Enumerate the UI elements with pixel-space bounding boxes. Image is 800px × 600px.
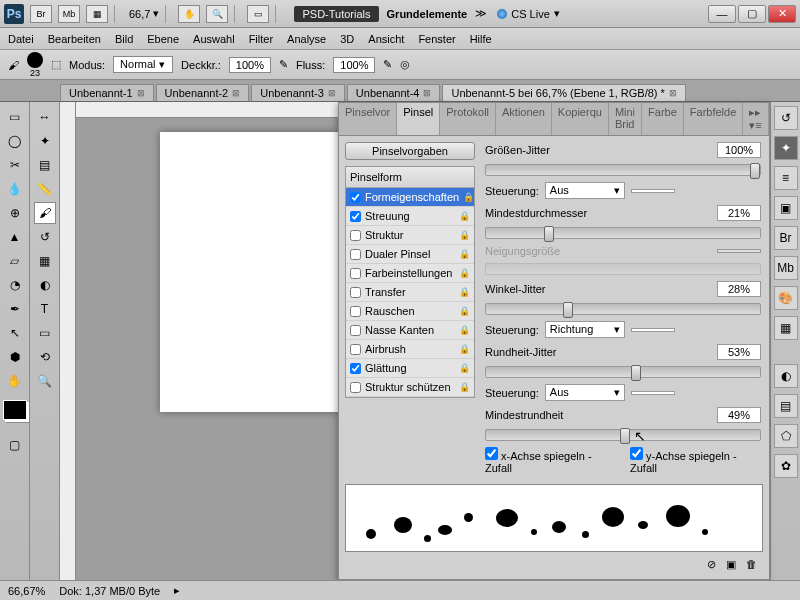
type-tool-icon[interactable]: T xyxy=(34,298,56,320)
status-dok[interactable]: Dok: 1,37 MB/0 Byte xyxy=(59,585,160,597)
option-checkbox[interactable] xyxy=(350,325,361,336)
eraser-tool-icon[interactable]: ▱ xyxy=(4,250,26,272)
color-swatch[interactable] xyxy=(3,400,27,420)
layout-icon[interactable]: ▦ xyxy=(86,5,108,23)
panel-tab[interactable]: Pinselvor xyxy=(339,103,397,135)
cslive-label[interactable]: CS Live xyxy=(511,8,550,20)
tab-2[interactable]: Unbenannt-2⊠ xyxy=(156,84,250,101)
panel-more-icon[interactable]: ▸▸ ▾≡ xyxy=(743,103,769,135)
crop-tool-icon[interactable]: ✂ xyxy=(4,154,26,176)
steuerung-val-1[interactable] xyxy=(631,189,675,193)
bridge-icon[interactable]: Br xyxy=(30,5,52,23)
eyedropper-tool-icon[interactable]: 💧 xyxy=(4,178,26,200)
menu-ebene[interactable]: Ebene xyxy=(147,33,179,45)
menu-3d[interactable]: 3D xyxy=(340,33,354,45)
deck-input[interactable]: 100% xyxy=(229,57,271,73)
brush-preview-icon[interactable] xyxy=(27,52,43,68)
option-checkbox[interactable] xyxy=(350,363,361,374)
x-achse-checkbox[interactable] xyxy=(485,447,498,460)
brush-option-item[interactable]: Streuung🔒 xyxy=(346,207,474,226)
lock-icon[interactable]: 🔒 xyxy=(459,211,470,221)
panel-tab[interactable]: Mini Brid xyxy=(609,103,642,135)
gradient-tool-icon[interactable]: ▦ xyxy=(34,250,56,272)
lock-icon[interactable]: 🔒 xyxy=(459,344,470,354)
lock-icon[interactable]: 🔒 xyxy=(459,325,470,335)
dodge-tool-icon[interactable]: ◐ xyxy=(34,274,56,296)
brush-tool-icon[interactable]: 🖌 xyxy=(8,59,19,71)
new-brush-icon[interactable]: ▣ xyxy=(726,558,736,571)
close-icon[interactable]: ⊠ xyxy=(232,88,240,98)
slice-tool-icon[interactable]: ▤ xyxy=(34,154,56,176)
lock-icon[interactable]: 🔒 xyxy=(459,230,470,240)
workspace-button[interactable]: PSD-Tutorials xyxy=(294,6,378,22)
status-zoom[interactable]: 66,67% xyxy=(8,585,45,597)
close-icon[interactable]: ⊠ xyxy=(669,88,677,98)
swatches-panel-icon[interactable]: 🎨 xyxy=(774,286,798,310)
mindest-slider[interactable] xyxy=(485,227,761,239)
minimize-button[interactable]: — xyxy=(708,5,736,23)
airbrush-icon[interactable]: ✎ xyxy=(383,58,392,71)
mindest-value[interactable]: 21% xyxy=(717,205,761,221)
canvas[interactable] xyxy=(160,132,340,412)
zoom-icon[interactable]: 🔍 xyxy=(206,5,228,23)
channels-panel-icon[interactable]: ▤ xyxy=(774,394,798,418)
brush-option-item[interactable]: Farbeinstellungen🔒 xyxy=(346,264,474,283)
lasso-tool-icon[interactable]: ◯ xyxy=(4,130,26,152)
modus-select[interactable]: Normal ▾ xyxy=(113,56,173,73)
menu-bearbeiten[interactable]: Bearbeiten xyxy=(48,33,101,45)
menu-ansicht[interactable]: Ansicht xyxy=(368,33,404,45)
y-achse-checkbox[interactable] xyxy=(630,447,643,460)
menu-auswahl[interactable]: Auswahl xyxy=(193,33,235,45)
trash-icon[interactable]: 🗑 xyxy=(746,558,757,571)
workspace-name[interactable]: Grundelemente xyxy=(387,8,468,20)
bridge-panel-icon[interactable]: Br xyxy=(774,226,798,250)
close-icon[interactable]: ⊠ xyxy=(423,88,431,98)
steuerung-val-2[interactable] xyxy=(631,328,675,332)
history-panel-icon[interactable]: ↺ xyxy=(774,106,798,130)
brush-settings-panel-icon[interactable]: ✦ xyxy=(774,136,798,160)
adjustments-panel-icon[interactable]: ✿ xyxy=(774,454,798,478)
panel-tab[interactable]: Protokoll xyxy=(440,103,496,135)
hand-icon[interactable]: ✋ xyxy=(178,5,200,23)
clone-panel-icon[interactable]: ▣ xyxy=(774,196,798,220)
panel-tab-pinsel[interactable]: Pinsel xyxy=(397,103,440,135)
close-button[interactable]: ✕ xyxy=(768,5,796,23)
lock-icon[interactable]: 🔒 xyxy=(459,363,470,373)
pinselform-header[interactable]: Pinselform xyxy=(346,167,474,188)
move-tool-icon[interactable]: ↔ xyxy=(34,106,56,128)
tab-3[interactable]: Unbenannt-3⊠ xyxy=(251,84,345,101)
brushes-panel-icon[interactable]: ≡ xyxy=(774,166,798,190)
shape-tool-icon[interactable]: ▭ xyxy=(34,322,56,344)
option-checkbox[interactable] xyxy=(350,287,361,298)
brush-option-item[interactable]: Nasse Kanten🔒 xyxy=(346,321,474,340)
close-icon[interactable]: ⊠ xyxy=(328,88,336,98)
path-tool-icon[interactable]: ↖ xyxy=(4,322,26,344)
steuerung-select-2[interactable]: Richtung▾ xyxy=(545,321,625,338)
menu-filter[interactable]: Filter xyxy=(249,33,273,45)
option-checkbox[interactable] xyxy=(350,268,361,279)
groessen-slider[interactable] xyxy=(485,164,761,176)
app-zoom[interactable]: 66,7 xyxy=(129,8,150,20)
brush-option-item[interactable]: Airbrush🔒 xyxy=(346,340,474,359)
option-checkbox[interactable] xyxy=(350,211,361,222)
winkel-slider[interactable] xyxy=(485,303,761,315)
brush-option-item[interactable]: Formeigenschaften🔒 xyxy=(346,188,474,207)
brush-option-item[interactable]: Dualer Pinsel🔒 xyxy=(346,245,474,264)
history-brush-icon[interactable]: ↺ xyxy=(34,226,56,248)
menu-bild[interactable]: Bild xyxy=(115,33,133,45)
rotate-tool-icon[interactable]: ⟲ xyxy=(34,346,56,368)
view-icon[interactable]: ▭ xyxy=(247,5,269,23)
panel-tab[interactable]: Farbfelde xyxy=(684,103,743,135)
pen-tool-icon[interactable]: ✒ xyxy=(4,298,26,320)
toggle-preview-icon[interactable]: ⊘ xyxy=(707,558,716,571)
winkel-value[interactable]: 28% xyxy=(717,281,761,297)
rundheit-value[interactable]: 53% xyxy=(717,344,761,360)
paths-panel-icon[interactable]: ⬠ xyxy=(774,424,798,448)
pinselvorgaben-button[interactable]: Pinselvorgaben xyxy=(345,142,475,160)
tablet-size-icon[interactable]: ◎ xyxy=(400,58,410,71)
panel-tab[interactable]: Aktionen xyxy=(496,103,552,135)
option-checkbox[interactable] xyxy=(350,249,361,260)
rundheit-slider[interactable] xyxy=(485,366,761,378)
groessen-jitter-value[interactable]: 100% xyxy=(717,142,761,158)
mb-panel-icon[interactable]: Mb xyxy=(774,256,798,280)
